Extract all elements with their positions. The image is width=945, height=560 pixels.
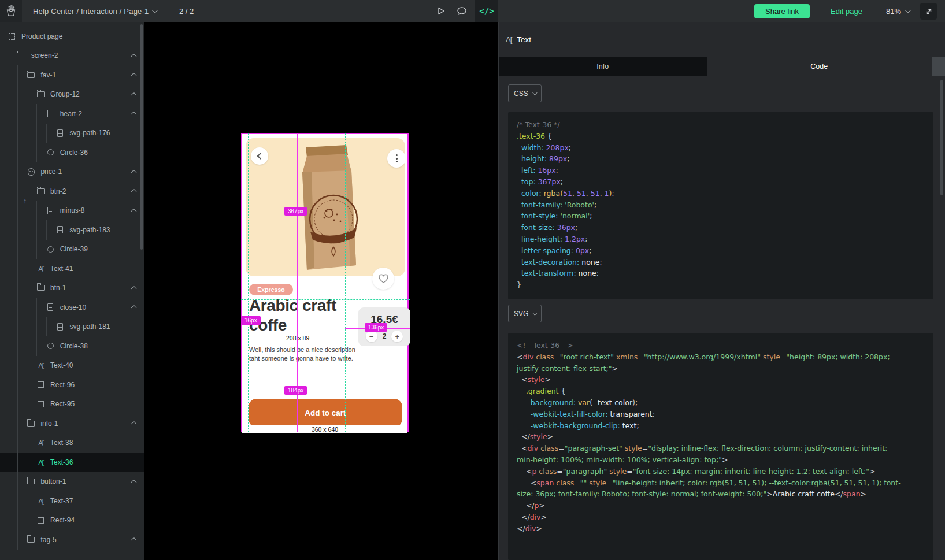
measure-badge-367: 367px xyxy=(284,207,307,216)
layer-row-fav-1[interactable]: fav-1 xyxy=(0,65,144,85)
indent-guide xyxy=(36,317,37,337)
pencil-cup-logo-icon xyxy=(5,5,17,17)
collapse-chevron-icon[interactable] xyxy=(131,537,137,543)
tab-info[interactable]: Info xyxy=(499,57,707,76)
edit-page-link[interactable]: Edit page xyxy=(831,0,862,22)
layer-row-heart-2[interactable]: heart-2 xyxy=(0,104,144,124)
code-mode-button[interactable]: </> xyxy=(475,0,498,22)
indent-guide xyxy=(8,395,8,414)
plus-button[interactable]: + xyxy=(391,331,403,342)
breadcrumb[interactable]: Help Center / Interaction / Page-1 xyxy=(33,0,156,22)
tab-code[interactable]: Code xyxy=(707,57,932,76)
more-options-button[interactable] xyxy=(387,149,405,168)
collapse-chevron-icon[interactable] xyxy=(131,285,137,291)
layer-label: tag-5 xyxy=(40,536,56,544)
layer-row-Text-40[interactable]: A[Text-40 xyxy=(0,356,144,376)
add-to-cart-button[interactable]: Add to cart xyxy=(249,399,402,427)
indent-guide xyxy=(8,279,8,298)
indent-guide xyxy=(27,298,27,317)
layer-row-Circle-39[interactable]: Circle-39 xyxy=(0,240,144,259)
layer-row-Product page[interactable]: Product page xyxy=(0,27,144,46)
back-button[interactable] xyxy=(251,147,268,165)
share-link-button[interactable]: Share link xyxy=(754,4,810,18)
collapse-chevron-icon[interactable] xyxy=(131,189,137,195)
panel-title: Text xyxy=(517,35,531,44)
layer-row-Rect-96[interactable]: Rect-96 xyxy=(0,375,144,395)
indent-guide xyxy=(8,85,8,105)
code-line: -webkit-background-clip: text; xyxy=(517,420,925,432)
favorite-button[interactable] xyxy=(372,268,394,290)
layer-row-minus-8[interactable]: minus-8 xyxy=(0,201,144,221)
play-button[interactable] xyxy=(432,0,450,22)
css-dropdown[interactable]: CSS xyxy=(508,84,542,102)
code-line: left: 16px; xyxy=(517,165,925,176)
layer-row-btn-1[interactable]: btn-1 xyxy=(0,279,144,298)
file-icon xyxy=(46,303,55,311)
layer-row-Text-41[interactable]: A[Text-41 xyxy=(0,259,144,279)
collapse-chevron-icon[interactable] xyxy=(131,73,137,79)
layer-row-svg-path-183[interactable]: svg-path-183 xyxy=(0,220,144,240)
product-tag-badge: Expresso xyxy=(249,284,293,295)
layer-row-svg-path-176[interactable]: svg-path-176 xyxy=(0,124,144,143)
svg-dropdown[interactable]: SVG xyxy=(508,305,542,322)
layer-row-info-1[interactable]: info-1 xyxy=(0,414,144,433)
collapse-chevron-icon[interactable] xyxy=(131,421,137,427)
css-code-block[interactable]: /* Text-36 */.text-36 { width: 208px; he… xyxy=(508,112,933,299)
sidebar-scrollbar[interactable] xyxy=(140,24,143,250)
frame-size-label: 360 x 640 xyxy=(242,425,407,433)
inspector-panel: A[ Text Info Code CSS /* Text-36 */.text… xyxy=(498,22,945,560)
layer-row-Rect-94[interactable]: Rect-94 xyxy=(0,511,144,531)
layer-row-button-1[interactable]: button-1 xyxy=(0,472,144,492)
canvas[interactable]: Expresso Arabic craft coffe 208 x 89 Wel… xyxy=(144,22,498,560)
indent-guide xyxy=(8,201,8,221)
indent-guide xyxy=(36,104,37,124)
app-logo[interactable] xyxy=(0,0,22,22)
collapse-chevron-icon[interactable] xyxy=(131,305,137,311)
layer-row-close-10[interactable]: close-10 xyxy=(0,298,144,317)
screen-frame[interactable]: Expresso Arabic craft coffe 208 x 89 Wel… xyxy=(241,133,409,432)
folder-icon xyxy=(27,71,35,79)
layer-row-Rect-95[interactable]: Rect-95 xyxy=(0,395,144,414)
fullscreen-button[interactable] xyxy=(920,3,937,20)
layer-row-Text-38[interactable]: A[Text-38 xyxy=(0,433,144,453)
layer-row-svg-path-181[interactable]: svg-path-181 xyxy=(0,317,144,337)
layer-row-btn-2[interactable]: btn-2 xyxy=(0,181,144,201)
layer-row-Circle-38[interactable]: Circle-38 xyxy=(0,336,144,356)
zoom-level-text: 81% xyxy=(886,7,901,16)
code-line: .text-36 { xyxy=(517,131,925,142)
heart-icon xyxy=(378,273,389,284)
zoom-control[interactable]: 81% xyxy=(886,0,909,22)
panel-scrollbar[interactable] xyxy=(940,80,943,195)
layer-row-screen-2[interactable]: screen-2 xyxy=(0,46,144,66)
code-line: background: var(--text-color); xyxy=(517,397,925,409)
layer-row-price-1[interactable]: price-1 xyxy=(0,162,144,182)
code-line: text-transform: none; xyxy=(517,268,925,279)
collapse-chevron-icon[interactable] xyxy=(131,112,137,117)
product-image-area xyxy=(246,138,405,276)
indent-guide xyxy=(17,85,18,105)
collapse-chevron-icon[interactable] xyxy=(131,479,137,485)
code-line: top: 367px; xyxy=(517,176,925,188)
svg-code-block[interactable]: <!-- Text-36 --><div class="root rich-te… xyxy=(508,333,933,560)
layer-row-Text-36[interactable]: A[Text-36 xyxy=(0,453,144,472)
layer-label: close-10 xyxy=(60,303,86,311)
indent-guide xyxy=(8,162,8,182)
code-line: height: 89px; xyxy=(517,153,925,165)
layer-row-Group-12[interactable]: Group-12 xyxy=(0,85,144,105)
minus-button[interactable]: − xyxy=(366,331,377,342)
layer-row-Circle-36[interactable]: Circle-36 xyxy=(0,143,144,162)
comment-button[interactable] xyxy=(453,0,470,22)
indent-guide xyxy=(27,491,27,511)
indent-guide xyxy=(17,259,18,279)
layer-label: Circle-36 xyxy=(60,149,88,157)
indent-guide xyxy=(46,220,47,240)
code-line: font-size: 36px; xyxy=(517,222,925,233)
layer-label: Rect-96 xyxy=(50,381,75,389)
collapse-chevron-icon[interactable] xyxy=(131,53,137,59)
collapse-chevron-icon[interactable] xyxy=(131,169,137,175)
collapse-chevron-icon[interactable] xyxy=(131,92,137,98)
layer-row-Text-37[interactable]: A[Text-37 xyxy=(0,491,144,511)
collapse-chevron-icon[interactable] xyxy=(131,208,137,214)
guide-vertical-right xyxy=(345,133,346,432)
layer-row-tag-5[interactable]: tag-5 xyxy=(0,530,144,550)
